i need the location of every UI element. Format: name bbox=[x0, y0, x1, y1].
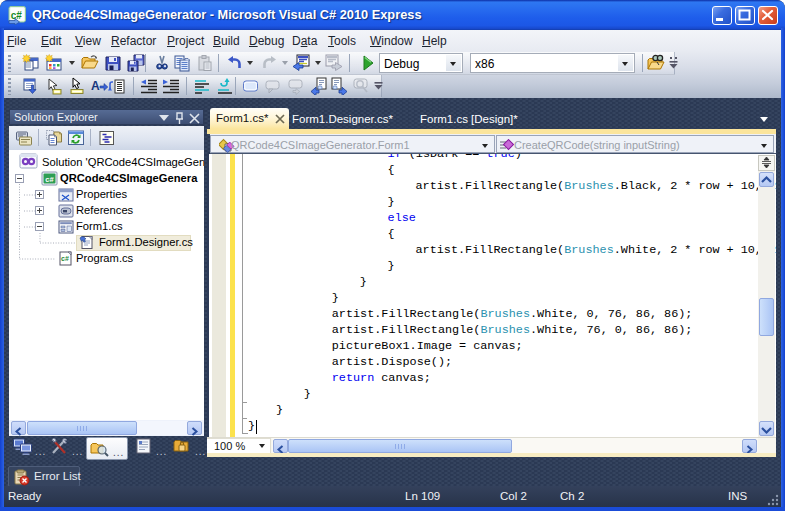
svg-text:c#: c# bbox=[11, 10, 23, 21]
svg-text:A: A bbox=[91, 79, 100, 93]
